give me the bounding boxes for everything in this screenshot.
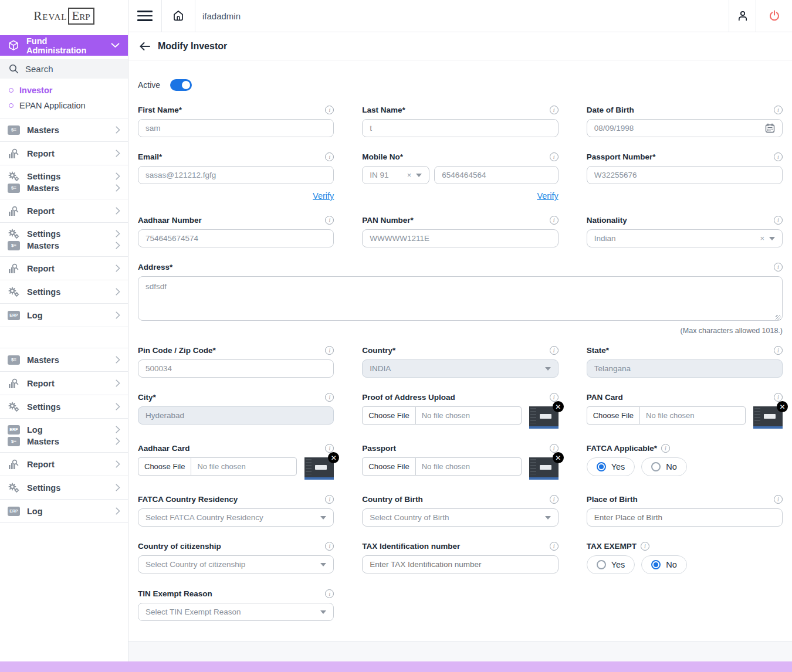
aadhaar-card-file-input[interactable]: Choose File No file chosen [138, 457, 297, 476]
info-icon[interactable]: i [325, 152, 334, 161]
chevron-right-icon [116, 311, 120, 319]
sidebar-item-report[interactable]: Report [0, 199, 128, 223]
clear-icon[interactable]: × [407, 171, 412, 179]
date-of-birth-input[interactable]: 08/09/1998 [587, 119, 783, 137]
sidebar-item-settings[interactable]: Settings [0, 476, 128, 500]
module-selector[interactable]: Fund Administration [0, 35, 128, 56]
tax-exempt-no-radio[interactable]: No [641, 555, 687, 574]
sidebar-item-masters[interactable]: $≡Masters [0, 348, 128, 372]
fatca-no-radio[interactable]: No [641, 457, 687, 476]
sidebar-item-report[interactable]: Report [0, 453, 128, 476]
profile-button[interactable] [729, 0, 756, 32]
info-icon[interactable]: i [325, 393, 334, 402]
info-icon[interactable]: i [774, 106, 783, 114]
info-icon[interactable]: i [641, 542, 649, 551]
resize-handle[interactable] [776, 315, 781, 320]
pan-card-thumbnail[interactable]: ✕ [753, 406, 783, 429]
aadhaar-number-input[interactable] [138, 229, 334, 247]
logo: RevalErp [0, 0, 128, 32]
home-button[interactable] [162, 0, 195, 32]
pincode-input[interactable] [138, 359, 334, 378]
remove-file-icon[interactable]: ✕ [553, 401, 564, 412]
info-icon[interactable]: i [550, 216, 559, 225]
sidebar-item-report[interactable]: Report [0, 372, 128, 395]
pan-card-file-input[interactable]: Choose File No file chosen [587, 406, 746, 425]
sidebar-search[interactable]: Search [0, 59, 128, 79]
report-icon [8, 148, 20, 159]
sidebar-item-epan-application[interactable]: EPAN Application [0, 98, 128, 113]
passport-file-input[interactable]: Choose File No file chosen [362, 457, 521, 476]
last-name-input[interactable] [362, 119, 558, 137]
info-icon[interactable]: i [325, 495, 334, 504]
country-of-birth-select[interactable]: Select Country of Birth [362, 508, 558, 527]
citizenship-select[interactable]: Select Country of citizenship [138, 555, 334, 573]
info-icon[interactable]: i [325, 589, 334, 598]
sidebar-item-settings[interactable]: Settings [0, 280, 128, 304]
sidebar-item-settings[interactable]: Settings [0, 395, 128, 419]
back-button[interactable] [139, 42, 151, 51]
tin-label: TAX Identification number [362, 542, 460, 551]
fatca-yes-radio[interactable]: Yes [587, 457, 635, 476]
info-icon[interactable]: i [550, 152, 559, 161]
info-icon[interactable]: i [325, 216, 334, 225]
sidebar-item-investor[interactable]: Investor [0, 83, 128, 98]
mobile-input[interactable] [434, 166, 558, 184]
sidebar-item-report[interactable]: Report [0, 142, 128, 165]
info-icon[interactable]: i [550, 444, 559, 453]
info-icon[interactable]: i [325, 106, 334, 114]
menu-toggle-button[interactable] [128, 0, 162, 32]
passport-number-input[interactable] [587, 166, 783, 184]
place-of-birth-input[interactable] [587, 508, 783, 527]
remove-file-icon[interactable]: ✕ [553, 452, 564, 463]
proof-of-address-file-input[interactable]: Choose File No file chosen [362, 406, 521, 425]
horizontal-scrollbar[interactable] [0, 661, 792, 672]
info-icon[interactable]: i [774, 216, 783, 225]
info-icon[interactable]: i [550, 495, 559, 504]
chevron-right-icon [116, 460, 120, 468]
info-icon[interactable]: i [550, 393, 559, 402]
info-icon[interactable]: i [550, 346, 559, 355]
sidebar-item-masters[interactable]: $≡Masters [0, 118, 128, 142]
sidebar-item-settings-masters[interactable]: Settings$≡Masters [0, 223, 128, 257]
info-icon[interactable]: i [774, 393, 783, 402]
country-code-select[interactable]: IN 91 × [362, 166, 429, 184]
mobile-verify-link[interactable]: Verify [537, 191, 558, 201]
info-icon[interactable]: i [550, 542, 559, 551]
info-icon[interactable]: i [325, 542, 334, 551]
pan-number-input[interactable] [362, 229, 558, 247]
sidebar-item-log[interactable]: ERPLog [0, 500, 128, 523]
remove-file-icon[interactable]: ✕ [777, 401, 788, 412]
address-textarea[interactable]: sdfsdf [138, 276, 783, 321]
sidebar-item-report[interactable]: Report [0, 257, 128, 280]
nationality-select[interactable]: Indian × [587, 229, 783, 247]
aadhaar-card-thumbnail[interactable]: ✕ [304, 457, 334, 480]
sidebar-item-settings-masters[interactable]: Settings$≡Masters [0, 165, 128, 199]
info-icon[interactable]: i [774, 152, 783, 161]
tin-exempt-reason-select[interactable]: Select TIN Exempt Reason [138, 603, 334, 621]
sidebar-links: Investor EPAN Application [0, 79, 128, 118]
info-icon[interactable]: i [325, 444, 334, 453]
sidebar-item-log[interactable]: ERPLog [0, 304, 128, 327]
first-name-input[interactable] [138, 119, 334, 137]
fatca-country-select[interactable]: Select FATCA Country Residency [138, 508, 334, 527]
info-icon[interactable]: i [325, 346, 334, 355]
active-toggle[interactable] [170, 79, 192, 91]
tax-exempt-yes-radio[interactable]: Yes [587, 555, 635, 574]
chevron-right-icon [116, 184, 120, 192]
info-icon[interactable]: i [550, 106, 559, 114]
email-verify-link[interactable]: Verify [313, 191, 334, 201]
proof-of-address-field: Proof of Address Uploadi Choose File No … [362, 392, 558, 429]
calendar-icon[interactable] [765, 123, 775, 133]
sidebar-item-log-masters[interactable]: ERPLog$≡Masters [0, 419, 128, 453]
logout-button[interactable] [756, 0, 792, 32]
info-icon[interactable]: i [774, 263, 783, 271]
remove-file-icon[interactable]: ✕ [328, 452, 339, 463]
info-icon[interactable]: i [661, 444, 670, 453]
info-icon[interactable]: i [774, 346, 783, 355]
email-input[interactable] [138, 166, 334, 184]
tin-input[interactable] [362, 555, 558, 573]
info-icon[interactable]: i [774, 495, 783, 504]
passport-thumbnail[interactable]: ✕ [529, 457, 559, 480]
clear-icon[interactable]: × [760, 235, 764, 242]
proof-of-address-thumbnail[interactable]: ✕ [529, 406, 559, 429]
